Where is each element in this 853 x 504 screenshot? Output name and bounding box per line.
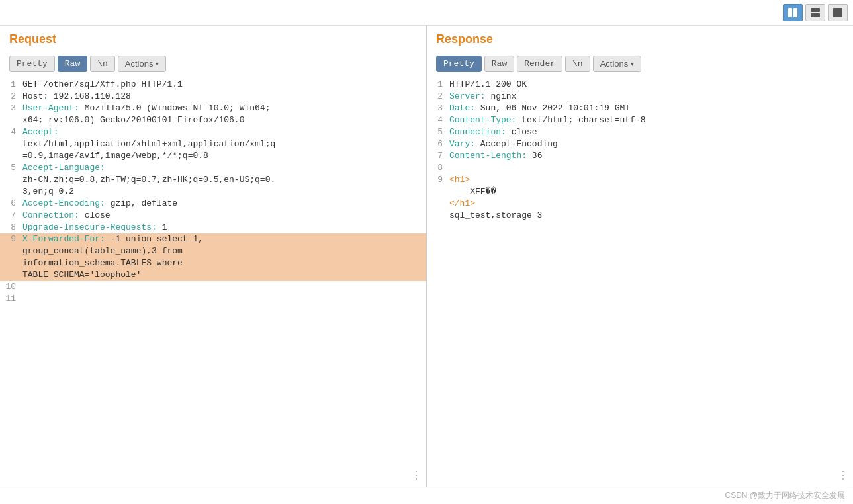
response-panel: Response Pretty Raw Render \n Actions ▾ …	[427, 26, 853, 487]
response-line-7: 7 Content-Length: 36	[427, 150, 853, 162]
svg-rect-4	[833, 8, 842, 17]
response-line-9: 9 <h1> XFF�� </h1> sql_test,storage 3	[427, 174, 853, 222]
response-line-8: 8	[427, 162, 853, 174]
request-drag-handle[interactable]: ⋮	[411, 471, 422, 482]
request-line-11: 11	[0, 293, 426, 305]
svg-rect-2	[811, 8, 820, 12]
response-line-3: 3 Date: Sun, 06 Nov 2022 10:01:19 GMT	[427, 103, 853, 114]
horizontal-view-button[interactable]	[805, 4, 825, 21]
response-line-2: 2 Server: nginx	[427, 91, 853, 103]
request-panel: Request Pretty Raw \n Actions ▾ 1 GET /o…	[0, 26, 427, 487]
request-line-4: 4 Accept: text/html,application/xhtml+xm…	[0, 126, 426, 162]
request-line-3: 3 User-Agent: Mozilla/5.0 (Windows NT 10…	[0, 103, 426, 126]
response-tab-newline[interactable]: \n	[565, 56, 590, 72]
footer-watermark: CSDN @致力于网络技术安全发展	[0, 487, 853, 504]
request-line-7: 7 Connection: close	[0, 210, 426, 222]
request-tab-raw[interactable]: Raw	[58, 56, 87, 72]
response-actions-chevron-icon: ▾	[631, 60, 634, 67]
request-line-6: 6 Accept-Encoding: gzip, deflate	[0, 198, 426, 210]
main-content: Request Pretty Raw \n Actions ▾ 1 GET /o…	[0, 26, 853, 487]
response-tab-raw[interactable]: Raw	[484, 56, 514, 72]
response-tab-bar: Pretty Raw Render \n Actions ▾	[427, 56, 853, 76]
request-line-8: 8 Upgrade-Insecure-Requests: 1	[0, 222, 426, 233]
request-code-area[interactable]: 1 GET /other/sql/Xff.php HTTP/1.1 2 Host…	[0, 76, 426, 487]
response-code-area[interactable]: 1 HTTP/1.1 200 OK 2 Server: nginx 3 Date…	[427, 76, 853, 487]
svg-rect-1	[793, 8, 797, 17]
response-tab-pretty[interactable]: Pretty	[436, 56, 482, 72]
split-view-button[interactable]	[783, 4, 803, 21]
response-header: Response	[427, 26, 853, 56]
request-title: Request	[9, 32, 417, 46]
request-actions-label: Actions	[125, 59, 154, 69]
request-line-2: 2 Host: 192.168.110.128	[0, 91, 426, 103]
svg-rect-0	[788, 8, 792, 17]
view-icons-group	[783, 4, 848, 21]
request-tab-pretty[interactable]: Pretty	[9, 56, 55, 72]
request-line-10: 10	[0, 281, 426, 293]
svg-rect-3	[811, 13, 820, 17]
response-line-4: 4 Content-Type: text/html; charset=utf-8	[427, 114, 853, 126]
single-view-button[interactable]	[828, 4, 848, 21]
response-title: Response	[436, 32, 844, 46]
response-line-6: 6 Vary: Accept-Encoding	[427, 138, 853, 150]
response-actions-button[interactable]: Actions ▾	[593, 56, 642, 72]
watermark-text: CSDN @致力于网络技术安全发展	[725, 491, 845, 500]
request-tab-bar: Pretty Raw \n Actions ▾	[0, 56, 426, 76]
response-line-1: 1 HTTP/1.1 200 OK	[427, 79, 853, 91]
request-line-1: 1 GET /other/sql/Xff.php HTTP/1.1	[0, 79, 426, 91]
top-toolbar	[0, 0, 853, 26]
request-actions-chevron-icon: ▾	[156, 60, 159, 67]
request-actions-button[interactable]: Actions ▾	[118, 56, 167, 72]
response-drag-handle[interactable]: ⋮	[838, 471, 849, 482]
request-line-5: 5 Accept-Language: zh-CN,zh;q=0.8,zh-TW;…	[0, 162, 426, 198]
request-header: Request	[0, 26, 426, 56]
response-line-5: 5 Connection: close	[427, 126, 853, 138]
response-actions-label: Actions	[600, 59, 629, 69]
request-tab-newline[interactable]: \n	[90, 56, 115, 72]
request-line-9: 9 X-Forwarded-For: -1 union select 1, gr…	[0, 233, 426, 281]
response-tab-render[interactable]: Render	[517, 56, 562, 72]
